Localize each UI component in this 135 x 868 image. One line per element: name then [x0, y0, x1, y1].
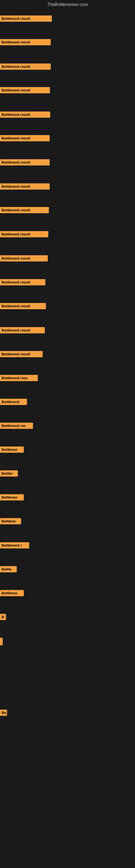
- bottleneck-result-label: Bottleneck result: [0, 16, 52, 22]
- bottleneck-result-label: Bottle: [0, 566, 17, 572]
- bottleneck-result-label: Bottleneck result: [0, 63, 51, 70]
- bottleneck-result-label: Bottleneck result: [0, 231, 48, 237]
- bottleneck-result-label: Bottleneck result: [0, 327, 45, 333]
- bottleneck-result-label: Bottlenec: [0, 446, 24, 453]
- bottleneck-result-label: Bottleneck result: [0, 87, 50, 93]
- bottleneck-result-label: Bottleneck result: [0, 135, 50, 141]
- bottleneck-result-label: Bottleneck r: [0, 542, 29, 549]
- bottleneck-result-label: Bottleneck result: [0, 207, 49, 213]
- bottleneck-result-label: Bottleneck res: [0, 423, 33, 429]
- bottleneck-result-label: Bottleneck result: [0, 183, 50, 190]
- bottleneck-result-label: Bottleneck result: [0, 39, 51, 45]
- bottleneck-result-label: Bottleneck result: [0, 255, 48, 261]
- bottleneck-result-label: B: [0, 614, 6, 620]
- bottleneck-result-label: Bottleneck result: [0, 112, 50, 118]
- bottleneck-result-label: Bottler: [0, 470, 18, 476]
- bottleneck-result-label: Bottleneck result: [0, 303, 46, 309]
- bottleneck-result-label: Bottlene: [0, 518, 21, 524]
- bottleneck-result-label: Bo: [0, 710, 7, 716]
- bottleneck-item: [0, 638, 3, 645]
- bottleneck-result-label: Bottleneck resu: [0, 375, 38, 381]
- bottleneck-result-label: Bottleneck result: [0, 159, 50, 165]
- bottleneck-result-label: Bottleneck result: [0, 279, 45, 285]
- site-title: TheBottlenecker.com: [0, 0, 135, 8]
- bottleneck-result-label: Bottleneck result: [0, 351, 43, 357]
- bottleneck-result-label: Bottlenec: [0, 494, 24, 500]
- bottleneck-result-label: Bottleneck: [0, 399, 27, 405]
- bottleneck-result-label: Bottlenec: [0, 590, 24, 596]
